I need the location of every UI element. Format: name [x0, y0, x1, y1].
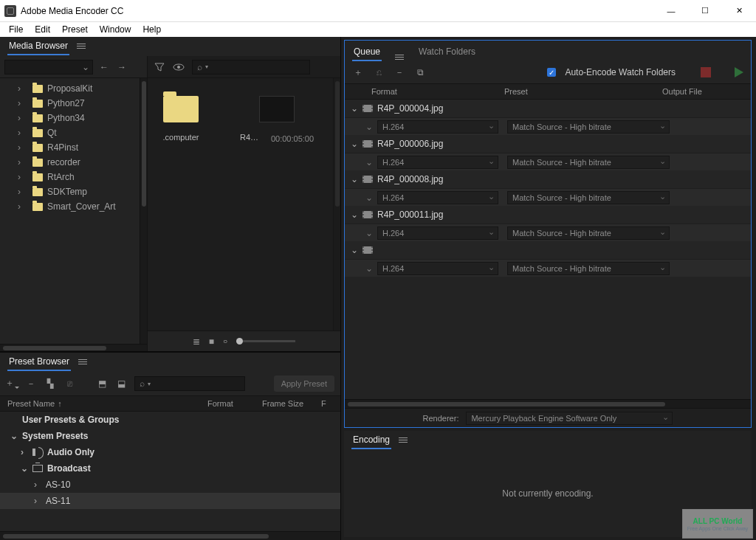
tree-item[interactable]: RtArch	[0, 170, 140, 184]
preset-item-row[interactable]: ›AS-10	[0, 477, 340, 493]
nav-forward-button[interactable]: →	[115, 60, 128, 74]
tree-h-scrollbar[interactable]	[0, 344, 147, 351]
expand-icon[interactable]: ⌄	[365, 193, 373, 203]
search-input[interactable]: ⌕ ▾	[192, 60, 310, 75]
tree-item[interactable]: recorder	[0, 155, 140, 170]
preset-select[interactable]: Match Source - High bitrate	[507, 262, 670, 275]
preset-select[interactable]: Match Source - High bitrate	[507, 226, 670, 240]
preset-category-row[interactable]: ›Audio Only	[0, 444, 340, 460]
import-preset-button[interactable]: ⬒	[96, 378, 108, 390]
col-frame-size[interactable]: Frame Size	[262, 399, 318, 408]
format-select[interactable]: H.264	[377, 191, 498, 204]
window-minimize-button[interactable]: —	[654, 0, 688, 22]
add-preset-button[interactable]: ＋	[6, 378, 18, 390]
format-select[interactable]: H.264	[377, 226, 498, 240]
preset-group-row[interactable]: User Presets & Groups	[0, 412, 340, 428]
tree-scrollbar[interactable]	[140, 78, 147, 344]
tree-item[interactable]: ProposalKit	[0, 81, 140, 96]
eye-icon[interactable]	[173, 61, 185, 73]
panel-menu-icon[interactable]	[77, 44, 86, 50]
preset-tree[interactable]: User Presets & Groups ⌄System Presets ›A…	[0, 412, 340, 531]
new-group-button[interactable]: ▝▖	[44, 378, 56, 390]
queue-source-row[interactable]: ⌄R4P_000008.jpg	[345, 170, 751, 188]
panel-menu-icon[interactable]	[399, 437, 408, 444]
menu-window[interactable]: Window	[94, 23, 137, 36]
expand-icon[interactable]: ⌄	[351, 174, 358, 184]
thumbnail-item[interactable]: .computer	[155, 91, 207, 142]
queue-output-row[interactable]: ⌄H.264Match Source - High bitrate	[345, 188, 751, 206]
apply-preset-button[interactable]: Apply Preset	[274, 375, 334, 392]
panel-menu-icon[interactable]	[395, 55, 404, 61]
preset-select[interactable]: Match Source - High bitrate	[507, 156, 670, 169]
tree-item[interactable]: Qt	[0, 125, 140, 140]
expand-icon[interactable]: ⌄	[365, 228, 373, 238]
expand-icon[interactable]: ⌄	[365, 157, 373, 167]
tab-watch-folders[interactable]: Watch Folders	[417, 44, 477, 61]
expand-icon[interactable]: ⌄	[351, 210, 358, 220]
preset-item-row[interactable]: ›AS-11	[0, 493, 340, 509]
thumbnail-item[interactable]: R4P… 00:00:05:00	[236, 91, 317, 143]
expand-icon[interactable]: ⌄	[365, 122, 373, 132]
queue-output-row[interactable]: ⌄H.264Match Source - High bitrate	[345, 259, 751, 277]
window-close-button[interactable]: ✕	[722, 0, 756, 22]
tab-queue[interactable]: Queue	[352, 44, 382, 61]
grid-view-button[interactable]: ■	[209, 336, 214, 347]
col-preset-name[interactable]: Preset Name	[7, 399, 55, 408]
folder-tree[interactable]: ProposalKit Python27 Python34 Qt R4Pinst…	[0, 78, 140, 344]
auto-encode-checkbox[interactable]: ✓	[547, 68, 556, 77]
panel-menu-icon[interactable]	[78, 359, 87, 366]
stop-queue-button[interactable]	[701, 67, 711, 77]
filter-icon[interactable]	[154, 61, 165, 73]
format-select[interactable]: H.264	[377, 156, 498, 169]
menu-file[interactable]: File	[3, 23, 29, 36]
window-maximize-button[interactable]: ☐	[688, 0, 722, 22]
queue-source-row[interactable]: ⌄R4P_000006.jpg	[345, 135, 751, 153]
thumbnail-size-slider[interactable]	[236, 340, 295, 342]
start-queue-button[interactable]	[735, 67, 743, 77]
content-scrollbar[interactable]	[333, 78, 340, 330]
expand-icon[interactable]: ⌄	[351, 139, 358, 149]
queue-list[interactable]: ⌄R4P_000004.jpg⌄H.264Match Source - High…	[345, 100, 751, 399]
tab-media-browser[interactable]: Media Browser	[7, 38, 69, 55]
queue-source-row[interactable]: ⌄R4P_000004.jpg	[345, 100, 751, 117]
tree-item[interactable]: R4Pinst	[0, 140, 140, 155]
export-preset-button[interactable]: ⬓	[115, 378, 127, 390]
tree-item[interactable]: SDKTemp	[0, 184, 140, 199]
preset-select[interactable]: Match Source - High bitrate	[507, 120, 670, 134]
format-select[interactable]: H.264	[377, 120, 498, 134]
preset-search-input[interactable]: ⌕ ▾	[134, 376, 245, 391]
tab-preset-browser[interactable]: Preset Browser	[7, 353, 71, 371]
col-output-file[interactable]: Output File	[662, 87, 743, 96]
path-combo[interactable]: ⌄	[4, 60, 93, 75]
renderer-select[interactable]: Mercury Playback Engine Software Only	[466, 412, 673, 425]
col-format[interactable]: Format	[371, 87, 504, 96]
preset-category-row[interactable]: ⌄Broadcast	[0, 460, 340, 477]
tab-encoding[interactable]: Encoding	[351, 432, 391, 449]
zoom-out-icon[interactable]: ○	[223, 337, 227, 345]
remove-button[interactable]: －	[394, 66, 405, 78]
preset-settings-button[interactable]: ⎚	[63, 378, 75, 390]
remove-preset-button[interactable]: －	[25, 378, 37, 390]
expand-icon[interactable]: ⌄	[365, 263, 373, 274]
expand-icon[interactable]: ⌄	[351, 245, 358, 255]
nav-back-button[interactable]: ←	[97, 60, 111, 74]
list-view-button[interactable]: ≣	[193, 336, 200, 347]
col-f[interactable]: F	[321, 399, 333, 408]
queue-source-row[interactable]: ⌄R4P_000011.jpg	[345, 206, 751, 224]
queue-source-row[interactable]: ⌄	[345, 241, 751, 259]
col-format[interactable]: Format	[207, 399, 259, 408]
queue-output-row[interactable]: ⌄H.264Match Source - High bitrate	[345, 153, 751, 170]
expand-icon[interactable]: ⌄	[351, 103, 358, 114]
preset-group-row[interactable]: ⌄System Presets	[0, 428, 340, 444]
preset-select[interactable]: Match Source - High bitrate	[507, 191, 670, 204]
queue-output-row[interactable]: ⌄H.264Match Source - High bitrate	[345, 117, 751, 135]
add-output-button[interactable]: ⎌	[373, 66, 385, 78]
queue-h-scrollbar[interactable]	[345, 399, 751, 408]
add-source-button[interactable]: ＋	[352, 66, 364, 78]
preset-h-scrollbar[interactable]	[0, 531, 340, 540]
menu-help[interactable]: Help	[137, 23, 167, 36]
format-select[interactable]: H.264	[377, 262, 498, 275]
col-preset[interactable]: Preset	[504, 87, 662, 96]
menu-preset[interactable]: Preset	[56, 23, 94, 36]
tree-item[interactable]: Smart_Cover_Art	[0, 199, 140, 214]
